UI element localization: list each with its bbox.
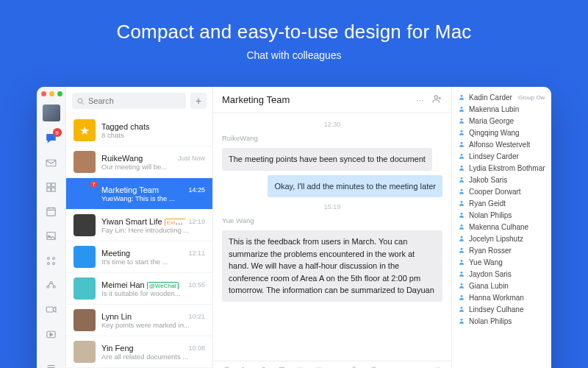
member-row[interactable]: Maria George	[458, 115, 545, 127]
message-toolbar	[213, 361, 451, 368]
chat-list-item[interactable]: RuikeWangJust NowOur meeting will be...	[66, 146, 212, 178]
chat-list-item[interactable]: Yin Feng10:08Are all related documents .…	[66, 336, 212, 368]
expand-icon[interactable]	[433, 365, 442, 369]
scissors-icon[interactable]	[240, 365, 250, 369]
member-row[interactable]: Lindsey Carder	[458, 150, 545, 162]
chat-avatar	[74, 341, 96, 363]
minimize-icon[interactable]	[49, 91, 54, 96]
svg-point-36	[461, 118, 463, 121]
nav-chat-icon[interactable]: 9	[43, 130, 60, 146]
nav-video-icon[interactable]	[43, 302, 60, 317]
chat-list-panel: + ★Tagged chats8 chatsRuikeWangJust NowO…	[66, 87, 213, 368]
svg-point-34	[461, 95, 463, 97]
nav-live-icon[interactable]	[43, 326, 60, 342]
conversation-title: Marketing Team	[222, 94, 290, 105]
format-icon[interactable]	[277, 365, 287, 369]
chat-list-item[interactable]: 7Marketing Team14:25YueWang: This is the…	[66, 178, 212, 210]
window-traffic-lights[interactable]	[41, 91, 62, 96]
member-row[interactable]: Nolan Philips	[458, 209, 545, 221]
member-name: Cooper Dorwart	[469, 188, 521, 196]
chat-preview: Are all related documents ...	[101, 353, 205, 361]
search-input-wrap	[72, 93, 186, 109]
chat-list-item[interactable]: Meeting12:11It's time to start the ...	[66, 241, 212, 273]
member-name: Makenna Culhane	[469, 223, 528, 231]
maximize-icon[interactable]	[57, 91, 62, 96]
member-row[interactable]: Kadin CarderGroup Owner	[458, 91, 545, 103]
emoji-icon[interactable]	[222, 365, 232, 369]
svg-point-50	[461, 283, 463, 286]
chat-preview: Our meeting will be...	[101, 163, 205, 171]
member-name: Jaydon Saris	[469, 270, 512, 278]
nav-calendar-icon[interactable]	[43, 204, 60, 219]
svg-rect-1	[47, 183, 51, 187]
add-member-icon[interactable]	[431, 93, 442, 107]
chat-preview: YueWang: This is the ...	[101, 194, 205, 202]
svg-point-40	[461, 166, 463, 168]
svg-point-37	[461, 130, 463, 132]
svg-point-51	[461, 295, 463, 297]
chat-list-item[interactable]: Lynn Lin10:21Key points were marked in..…	[66, 305, 212, 336]
nav-mail-icon[interactable]	[43, 155, 60, 171]
close-icon[interactable]	[41, 91, 46, 96]
chat-list-item[interactable]: Meimei Han@WeChat10:55Is it suitable for…	[66, 273, 212, 305]
member-row[interactable]: Alfonso Westervelt	[458, 138, 545, 150]
member-name: Lindsey Carder	[469, 152, 519, 160]
svg-rect-0	[46, 160, 56, 166]
chat-name: Meimei Han@WeChat	[101, 280, 179, 289]
chat-tag: External	[165, 219, 186, 226]
message-bubble[interactable]: The meeting points have been synced to t…	[222, 148, 432, 171]
chat-name: RuikeWang	[101, 154, 143, 163]
chat-list-item[interactable]: Yiwan Smart LifeExternal12:19Fay Lin: He…	[66, 210, 212, 241]
more-tools-icon[interactable]	[369, 365, 379, 369]
hero-title: Compact and easy-to-use design for Mac	[0, 21, 588, 43]
member-row[interactable]: Nolan Philips	[458, 315, 545, 327]
timestamp: 15:19	[222, 203, 442, 210]
member-name: Maria George	[469, 117, 514, 125]
member-row[interactable]: Cooper Dorwart	[458, 185, 545, 197]
member-row[interactable]: Jakob Saris	[458, 174, 545, 185]
svg-point-53	[461, 319, 463, 321]
chat-time: 10:55	[188, 281, 205, 289]
chat-name: Lynn Lin	[101, 312, 132, 321]
nav-menu-icon[interactable]	[43, 360, 60, 368]
member-row[interactable]: Hanna Workman	[458, 291, 545, 303]
member-row[interactable]: Lydia Ekstrom Bothman	[458, 162, 545, 174]
member-row[interactable]: Jocelyn Lipshutz	[458, 233, 545, 244]
nav-apps-icon[interactable]	[43, 253, 60, 269]
member-row[interactable]: Giana Lubin	[458, 280, 545, 291]
my-avatar[interactable]	[43, 105, 60, 121]
member-row[interactable]: Yue Wang	[458, 256, 545, 268]
svg-point-39	[461, 154, 463, 156]
member-row[interactable]: Makenna Culhane	[458, 221, 545, 233]
svg-point-9	[53, 257, 55, 259]
member-row[interactable]: Qingqing Wang	[458, 127, 545, 138]
call-icon[interactable]	[351, 365, 360, 369]
svg-point-52	[461, 307, 463, 309]
chat-preview: Is it suitable for wooden...	[101, 289, 205, 297]
member-row[interactable]: Ryan Rosser	[458, 244, 545, 256]
chat-preview: Fay Lin: Here introducting ...	[101, 226, 205, 234]
image-icon[interactable]	[314, 365, 323, 369]
folder-icon[interactable]	[332, 365, 342, 369]
new-chat-button[interactable]: +	[190, 93, 207, 109]
message-bubble[interactable]: This is the feedback from users in March…	[222, 230, 442, 302]
chat-preview: Key points were marked in...	[101, 321, 205, 329]
nav-docs-icon[interactable]	[43, 180, 60, 195]
member-row[interactable]: Jaydon Saris	[458, 268, 545, 280]
svg-point-38	[461, 142, 463, 144]
chat-list-item[interactable]: ★Tagged chats8 chats	[66, 115, 212, 146]
mention-icon[interactable]	[259, 365, 268, 369]
quick-reply-icon[interactable]	[295, 365, 305, 369]
message-bubble[interactable]: Okay, I'll add the minutes to the meetin…	[268, 175, 442, 198]
nav-drive-icon[interactable]	[43, 228, 60, 244]
more-icon[interactable]: ···	[416, 94, 424, 105]
search-input[interactable]	[72, 93, 186, 109]
member-row[interactable]: Makenna Lubin	[458, 103, 545, 115]
chat-avatar	[74, 151, 96, 173]
chat-time: 10:21	[188, 313, 205, 320]
svg-point-11	[53, 262, 55, 264]
member-row[interactable]: Ryan Geidt	[458, 197, 545, 209]
unread-badge: 7	[90, 181, 97, 188]
nav-contacts-icon[interactable]	[43, 277, 60, 293]
member-row[interactable]: Lindsey Culhane	[458, 303, 545, 315]
